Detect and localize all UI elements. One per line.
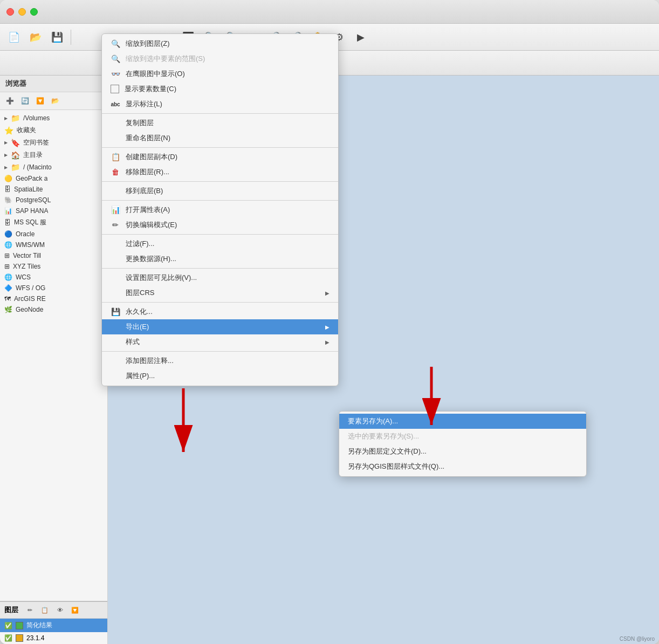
sidebar-item-label-saphana: SAP HANA <box>16 207 48 215</box>
extra-button[interactable]: ▶ <box>351 28 370 47</box>
expand-arrow-home: ▶ <box>4 153 8 157</box>
filter-icon <box>111 239 120 249</box>
sidebar-item-wcs[interactable]: 🌐 WCS <box>0 272 107 283</box>
sidebar-item-favorites[interactable]: ⭐ 收藏夹 <box>0 124 107 136</box>
sidebar-item-xyztiles[interactable]: ⊞ XYZ Tiles <box>0 261 107 272</box>
oracle-icon: 🔵 <box>4 230 12 238</box>
layers-filter-button[interactable]: 🔽 <box>69 604 81 616</box>
submenu-item-save-selected[interactable]: 选中的要素另存为(S)... <box>339 429 586 444</box>
menu-item-layer-crs[interactable]: 图层CRS ▶ <box>102 285 338 300</box>
geonode-icon: 🌿 <box>4 306 12 313</box>
menu-item-filter[interactable]: 过滤(F)... <box>102 236 338 251</box>
sidebar-item-wms[interactable]: 🌐 WMS/WM <box>0 239 107 250</box>
zoom-to-layer-icon: 🔍 <box>111 39 120 49</box>
export-icon <box>111 322 120 332</box>
sidebar-item-oracle[interactable]: 🔵 Oracle <box>0 229 107 239</box>
menu-item-export[interactable]: 导出(E) ▶ <box>102 319 338 334</box>
sidebar-item-label-wms: WMS/WM <box>16 241 45 249</box>
minimize-button[interactable] <box>18 8 26 16</box>
sidebar-item-bookmarks[interactable]: ▶ 🔖 空间书签 <box>0 136 107 149</box>
layers-edit-button[interactable]: ✏ <box>24 604 36 616</box>
layer-checkbox-version[interactable]: ✅ <box>4 634 12 642</box>
sidebar-item-label-home: 主目录 <box>23 150 43 160</box>
menu-item-style[interactable]: 样式 ▶ <box>102 334 338 350</box>
export-submenu: 要素另存为(A)... 选中的要素另存为(S)... 另存为图层定义文件(D).… <box>339 411 587 477</box>
sidebar-item-label-postgresql: PostgreSQL <box>16 196 51 204</box>
menu-item-open-attr[interactable]: 📊 打开属性表(A) <box>102 202 338 217</box>
layers-eye-button[interactable]: 👁 <box>54 604 66 616</box>
menu-item-move-bottom[interactable]: 移到底层(B) <box>102 183 338 198</box>
sidebar-item-label-geonode: GeoNode <box>16 306 43 313</box>
sidebar-item-home[interactable]: ▶ 🏠 主目录 <box>0 149 107 161</box>
sidebar-item-label-bookmarks: 空间书签 <box>23 138 49 147</box>
open-project-button[interactable]: 📂 <box>26 28 45 47</box>
sidebar-item-label-arcgis: ArcGIS RE <box>14 295 46 303</box>
menu-item-add-notes[interactable]: 添加图层注释... <box>102 353 338 368</box>
layer-checkbox-simplified[interactable]: ✅ <box>4 622 12 629</box>
separator-1 <box>71 30 71 45</box>
menu-item-toggle-edit[interactable]: ✏ 切换编辑模式(E) <box>102 217 338 232</box>
menu-item-zoom-to-layer[interactable]: 🔍 缩放到图层(Z) <box>102 36 338 51</box>
sidebar-item-geonode[interactable]: 🌿 GeoNode <box>0 304 107 315</box>
sidebar-item-vectortile[interactable]: ⊞ Vector Till <box>0 250 107 261</box>
sidebar-item-arcgis[interactable]: 🗺 ArcGIS RE <box>0 293 107 304</box>
menu-item-show-count[interactable]: 显示要素数量(C) <box>102 81 338 97</box>
sidebar-item-mssql[interactable]: 🗄 MS SQL 服 <box>0 216 107 229</box>
layer-row-simplified[interactable]: ✅ 简化结果 <box>0 619 107 632</box>
sidebar-item-macinto[interactable]: ▶ 📁 / (Macinto <box>0 161 107 173</box>
menu-item-change-datasource[interactable]: 更换数据源(H)... <box>102 251 338 266</box>
sidebar-filter-button[interactable]: 🔽 <box>33 94 46 107</box>
submenu-item-save-qgis-style[interactable]: 另存为QGIS图层样式文件(Q)... <box>339 459 586 474</box>
sidebar-item-postgresql[interactable]: 🐘 PostgreSQL <box>0 195 107 205</box>
save-project-button[interactable]: 💾 <box>47 28 67 47</box>
menu-item-create-copy[interactable]: 📋 创建图层副本(D) <box>102 149 338 165</box>
sidebar-item-label-vectortile: Vector Till <box>13 252 41 259</box>
sidebar-item-wfs[interactable]: 🔷 WFS / OG <box>0 283 107 293</box>
sidebar-add-button[interactable]: ➕ <box>3 94 16 107</box>
wms-icon: 🌐 <box>4 241 12 249</box>
sidebar-item-label-wfs: WFS / OG <box>16 284 45 292</box>
menu-item-remove-layer[interactable]: 🗑 移除图层(R)... <box>102 165 338 180</box>
submenu-item-save-layer-def[interactable]: 另存为图层定义文件(D)... <box>339 444 586 459</box>
add-notes-icon <box>111 356 120 366</box>
layer-label-simplified: 简化结果 <box>26 621 52 630</box>
sidebar-item-label-xyztiles: XYZ Tiles <box>13 263 40 270</box>
menu-label-properties: 属性(P)... <box>126 371 330 381</box>
checkbox-show-count[interactable] <box>111 85 119 93</box>
close-button[interactable] <box>6 8 14 16</box>
sidebar-item-volumes[interactable]: ▶ 📁 /Volumes <box>0 112 107 124</box>
menu-label-set-scale: 设置图层可见比例(V)... <box>126 273 330 283</box>
menu-item-rename-layer[interactable]: 重命名图层(N) <box>102 131 338 146</box>
layers-copy-button[interactable]: 📋 <box>39 604 51 616</box>
menu-item-make-permanent[interactable]: 💾 永久化... <box>102 304 338 319</box>
properties-icon <box>111 371 120 381</box>
maximize-button[interactable] <box>30 8 38 16</box>
sidebar-item-label-geopackage: GeoPack a <box>16 175 47 182</box>
sidebar-item-saphana[interactable]: 📊 SAP HANA <box>0 205 107 216</box>
separator-after-show-label <box>102 113 338 114</box>
menu-item-copy-layer[interactable]: 复制图层 <box>102 115 338 131</box>
menu-item-zoom-to-selection[interactable]: 🔍 缩放到选中要素的范围(S) <box>102 51 338 66</box>
menu-item-show-label[interactable]: abc 显示标注(L) <box>102 97 338 112</box>
sidebar-collapse-button[interactable]: 📂 <box>49 94 61 107</box>
menu-label-filter: 过滤(F)... <box>126 239 330 249</box>
star-icon-favorites: ⭐ <box>4 126 13 135</box>
menu-label-zoom-to-layer: 缩放到图层(Z) <box>126 39 330 49</box>
menu-item-show-overview[interactable]: 👓 在鹰眼图中显示(O) <box>102 66 338 81</box>
menu-item-properties[interactable]: 属性(P)... <box>102 368 338 383</box>
sidebar-item-geopackage[interactable]: 🟡 GeoPack a <box>0 173 107 184</box>
postgresql-icon: 🐘 <box>4 196 12 204</box>
layer-crs-submenu-arrow: ▶ <box>325 290 330 296</box>
layer-row-version[interactable]: ✅ 23.1.4 <box>0 632 107 644</box>
menu-label-rename-layer: 重命名图层(N) <box>126 133 330 143</box>
new-project-button[interactable]: 📄 <box>4 28 24 47</box>
menu-label-show-overview: 在鹰眼图中显示(O) <box>126 69 330 79</box>
menu-item-set-scale[interactable]: 设置图层可见比例(V)... <box>102 270 338 285</box>
change-datasource-icon <box>111 254 120 264</box>
submenu-item-save-features[interactable]: 要素另存为(A)... <box>339 414 586 429</box>
layers-header: 图层 ✏ 📋 👁 🔽 <box>0 602 107 619</box>
sidebar-refresh-button[interactable]: 🔄 <box>18 94 31 107</box>
sidebar-item-spatialite[interactable]: 🗄 SpatiaLite <box>0 184 107 195</box>
sidebar-item-label-oracle: Oracle <box>16 230 35 238</box>
menu-label-add-notes: 添加图层注释... <box>126 356 330 366</box>
